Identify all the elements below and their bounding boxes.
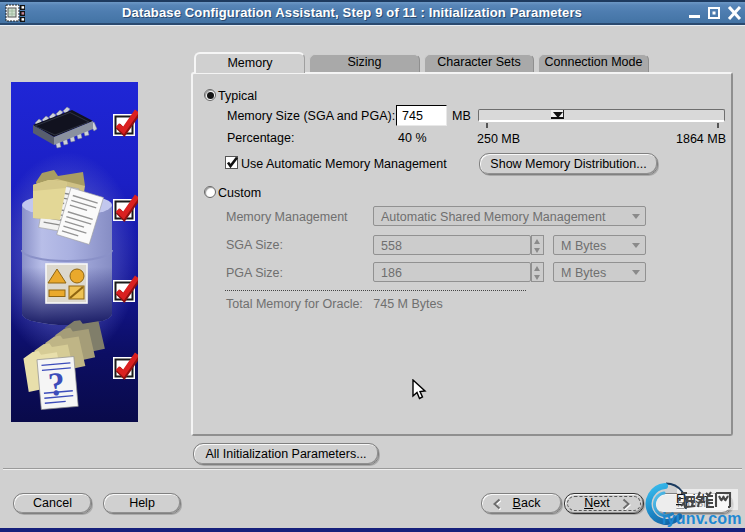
svg-text:?: ? — [47, 365, 67, 402]
svg-text:iyunv.com: iyunv.com — [662, 510, 742, 527]
